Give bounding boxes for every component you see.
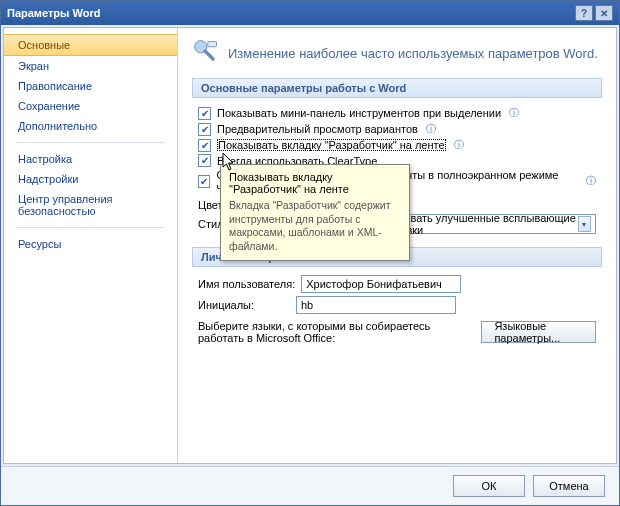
checkbox-icon[interactable] bbox=[198, 139, 211, 152]
main-panel: Изменение наиболее часто используемых па… bbox=[178, 28, 616, 463]
tools-icon bbox=[192, 38, 220, 68]
info-icon[interactable]: ⓘ bbox=[454, 138, 464, 152]
sidebar: Основные Экран Правописание Сохранение Д… bbox=[4, 28, 178, 463]
initials-label: Инициалы: bbox=[198, 299, 290, 311]
page-header: Изменение наиболее часто используемых па… bbox=[192, 38, 602, 68]
info-icon[interactable]: ⓘ bbox=[426, 122, 436, 136]
sidebar-item-save[interactable]: Сохранение bbox=[4, 96, 177, 116]
section2-body: Имя пользователя: Инициалы: Выберите язы… bbox=[192, 275, 602, 354]
opt-mini-toolbar[interactable]: Показывать мини-панель инструментов при … bbox=[198, 106, 596, 120]
sidebar-separator bbox=[16, 142, 165, 143]
checkbox-icon[interactable] bbox=[198, 175, 210, 188]
initials-input[interactable] bbox=[296, 296, 456, 314]
sidebar-separator bbox=[16, 227, 165, 228]
close-button[interactable]: ✕ bbox=[595, 5, 613, 21]
opt-live-preview[interactable]: Предварительный просмотр вариантов ⓘ bbox=[198, 122, 596, 136]
opt-developer-tab[interactable]: Показывать вкладку "Разработчик" на лент… bbox=[198, 138, 596, 152]
window-title: Параметры Word bbox=[7, 7, 100, 19]
cancel-button[interactable]: Отмена bbox=[533, 475, 605, 497]
opt-label: Предварительный просмотр вариантов bbox=[217, 123, 418, 135]
checkbox-icon[interactable] bbox=[198, 154, 211, 167]
checkbox-icon[interactable] bbox=[198, 123, 211, 136]
username-label: Имя пользователя: bbox=[198, 278, 295, 290]
page-title: Изменение наиболее часто используемых па… bbox=[228, 46, 598, 61]
sidebar-item-customize[interactable]: Настройка bbox=[4, 149, 177, 169]
checkbox-icon[interactable] bbox=[198, 107, 211, 120]
sidebar-item-advanced[interactable]: Дополнительно bbox=[4, 116, 177, 136]
tooltip: Показывать вкладку "Разработчик" на лент… bbox=[220, 164, 410, 261]
opt-label: Показывать вкладку "Разработчик" на лент… bbox=[217, 139, 446, 151]
info-icon[interactable]: ⓘ bbox=[509, 106, 519, 120]
section1-title: Основные параметры работы с Word bbox=[192, 78, 602, 98]
sidebar-item-resources[interactable]: Ресурсы bbox=[4, 234, 177, 254]
tooltip-title: Показывать вкладку "Разработчик" на лент… bbox=[229, 171, 401, 195]
language-text: Выберите языки, с которыми вы собираетес… bbox=[198, 320, 471, 344]
content-area: Основные Экран Правописание Сохранение Д… bbox=[3, 27, 617, 464]
language-settings-button[interactable]: Языковые параметры... bbox=[481, 321, 596, 343]
sidebar-item-addins[interactable]: Надстройки bbox=[4, 169, 177, 189]
info-icon[interactable]: ⓘ bbox=[586, 174, 596, 188]
language-row: Выберите языки, с которыми вы собираетес… bbox=[198, 320, 596, 344]
sidebar-item-general[interactable]: Основные bbox=[4, 34, 177, 56]
ok-button[interactable]: ОК bbox=[453, 475, 525, 497]
sidebar-item-trust[interactable]: Центр управления безопасностью bbox=[4, 189, 177, 221]
titlebar: Параметры Word ? ✕ bbox=[1, 1, 619, 25]
username-row: Имя пользователя: bbox=[198, 275, 596, 293]
svg-rect-1 bbox=[208, 42, 217, 47]
options-dialog: Параметры Word ? ✕ Основные Экран Правоп… bbox=[0, 0, 620, 506]
initials-row: Инициалы: bbox=[198, 296, 596, 314]
username-input[interactable] bbox=[301, 275, 461, 293]
chevron-down-icon[interactable]: ▾ bbox=[578, 216, 591, 232]
tooltip-body: Вкладка "Разработчик" содержит инструмен… bbox=[229, 199, 401, 254]
dialog-footer: ОК Отмена bbox=[1, 466, 619, 505]
section1-body: Показывать мини-панель инструментов при … bbox=[192, 106, 602, 247]
sidebar-item-display[interactable]: Экран bbox=[4, 56, 177, 76]
opt-label: Показывать мини-панель инструментов при … bbox=[217, 107, 501, 119]
sidebar-item-proofing[interactable]: Правописание bbox=[4, 76, 177, 96]
help-button[interactable]: ? bbox=[575, 5, 593, 21]
